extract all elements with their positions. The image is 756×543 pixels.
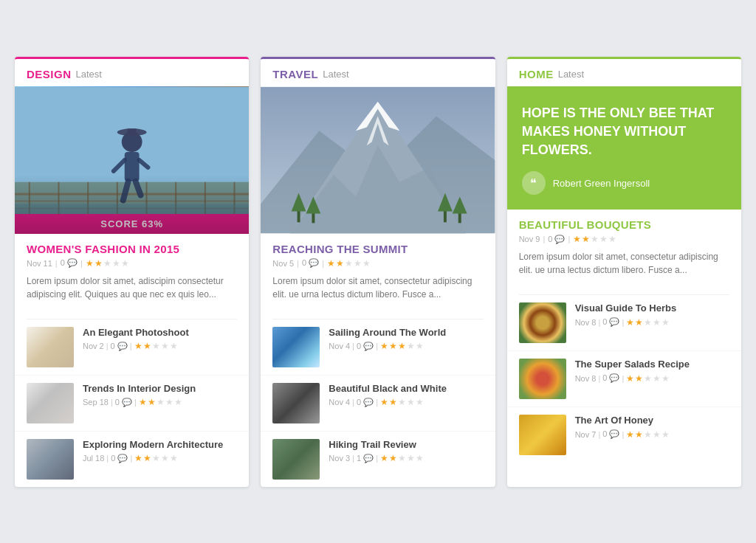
svg-rect-3 bbox=[15, 200, 249, 201]
list-item-meta: Nov 2 | 0 💬 | ★★★★★ bbox=[83, 341, 237, 351]
list-item-date: Jul 18 bbox=[83, 454, 104, 463]
list-item-date: Nov 4 bbox=[329, 342, 350, 350]
list-item-title[interactable]: An Elegant Photoshoot bbox=[83, 327, 237, 339]
list-item-content: Trends In Interior Design Sep 18 | 0 💬 |… bbox=[83, 383, 237, 408]
thumbnail bbox=[272, 327, 320, 367]
featured-comments: 0 💬 bbox=[548, 235, 565, 244]
list-item-content: Sailing Around The World Nov 4 | 0 💬 | ★… bbox=[329, 327, 483, 352]
svg-rect-16 bbox=[128, 128, 137, 134]
featured-excerpt: Lorem ipsum dolor sit amet, adiscipim co… bbox=[27, 274, 237, 301]
thumbnail bbox=[27, 383, 74, 423]
list-item[interactable]: The Art Of Honey Nov 7 | 0 💬 | ★★★★★ bbox=[507, 407, 741, 463]
list-item-date: Nov 7 bbox=[575, 430, 597, 439]
card-design: DESIGN Latest bbox=[15, 57, 249, 487]
svg-line-19 bbox=[136, 181, 141, 195]
list-item[interactable]: Sailing Around The World Nov 4 | 0 💬 | ★… bbox=[261, 319, 495, 376]
category-label: HOME bbox=[519, 68, 554, 80]
hero-image-summit bbox=[261, 86, 495, 234]
star-rating: ★★★★★ bbox=[380, 341, 424, 351]
featured-title[interactable]: BEAUTIFUL BOUQUETS bbox=[519, 218, 729, 231]
list-item-date: Sep 18 bbox=[83, 398, 109, 407]
list-item-title[interactable]: The Super Salads Recipe bbox=[575, 359, 729, 371]
thumbnail bbox=[519, 359, 566, 399]
list-item-comments: 0 💬 bbox=[602, 429, 619, 439]
list-item[interactable]: Hiking Trail Review Nov 3 | 1 💬 | ★★★★★ bbox=[261, 432, 495, 487]
list-item[interactable]: Beautiful Black and White Nov 4 | 0 💬 | … bbox=[261, 376, 495, 432]
quote-icon: ❝ bbox=[522, 171, 546, 195]
latest-label: Latest bbox=[558, 69, 584, 80]
list-item-title[interactable]: Trends In Interior Design bbox=[83, 383, 237, 395]
main-container: DESIGN Latest bbox=[15, 57, 741, 487]
quote-author: Robert Green Ingersoll bbox=[553, 178, 650, 189]
card-home: HOME Latest HOPE IS THE ONLY BEE THAT MA… bbox=[507, 57, 741, 487]
list-item[interactable]: Visual Guide To Herbs Nov 8 | 0 💬 | ★★★★… bbox=[507, 295, 741, 351]
star-rating: ★★★★★ bbox=[573, 234, 616, 244]
featured-comments: 0 💬 bbox=[61, 258, 78, 268]
list-item-meta: Nov 8 | 0 💬 | ★★★★★ bbox=[575, 317, 729, 328]
list-item-comments: 0 💬 bbox=[357, 342, 374, 351]
featured-meta: Nov 9 | 0 💬 | ★★★★★ bbox=[519, 234, 729, 244]
star-rating: ★★★★★ bbox=[380, 397, 424, 407]
list-item-title[interactable]: Beautiful Black and White bbox=[329, 383, 483, 395]
card-header-travel: TRAVEL Latest bbox=[261, 59, 495, 86]
featured-excerpt: Lorem ipsum dolor sit amet, consectetur … bbox=[519, 250, 729, 277]
list-item-title[interactable]: The Art Of Honey bbox=[575, 415, 729, 427]
card-header-home: HOME Latest bbox=[507, 59, 741, 86]
list-item-title[interactable]: Hiking Trail Review bbox=[329, 439, 483, 452]
list-item-title[interactable]: Sailing Around The World bbox=[329, 327, 483, 339]
list-item-content: Exploring Modern Architecture Jul 18 | 0… bbox=[83, 439, 237, 464]
featured-excerpt: Lorem ipsum dolor sit amet, consectetur … bbox=[272, 274, 483, 301]
list-item-date: Nov 8 bbox=[575, 318, 597, 327]
list-item-title[interactable]: Visual Guide To Herbs bbox=[575, 302, 729, 315]
featured-title[interactable]: REACHING THE SUMMIT bbox=[272, 243, 483, 255]
category-label: TRAVEL bbox=[272, 68, 318, 80]
featured-article: BEAUTIFUL BOUQUETS Nov 9 | 0 💬 | ★★★★★ L… bbox=[507, 210, 741, 294]
list-item-title[interactable]: Exploring Modern Architecture bbox=[83, 439, 237, 452]
list-item-date: Nov 4 bbox=[329, 398, 350, 407]
featured-date: Nov 11 bbox=[27, 259, 52, 268]
list-item-meta: Sep 18 | 0 💬 | ★★★★★ bbox=[83, 397, 237, 407]
thumbnail bbox=[272, 439, 320, 480]
list-item[interactable]: Exploring Modern Architecture Jul 18 | 0… bbox=[15, 432, 249, 487]
svg-rect-4 bbox=[15, 207, 249, 209]
thumbnail bbox=[27, 439, 74, 480]
featured-date: Nov 5 bbox=[272, 259, 294, 268]
quote-block: HOPE IS THE ONLY BEE THAT MAKES HONEY WI… bbox=[507, 86, 741, 210]
list-item-content: Visual Guide To Herbs Nov 8 | 0 💬 | ★★★★… bbox=[575, 302, 729, 328]
svg-rect-13 bbox=[15, 204, 249, 233]
list-item-content: An Elegant Photoshoot Nov 2 | 0 💬 | ★★★★… bbox=[83, 327, 237, 352]
list-item-content: The Art Of Honey Nov 7 | 0 💬 | ★★★★★ bbox=[575, 415, 729, 440]
list-item-meta: Nov 3 | 1 💬 | ★★★★★ bbox=[329, 453, 483, 463]
card-header-design: DESIGN Latest bbox=[15, 59, 249, 86]
list-item-date: Nov 3 bbox=[329, 454, 350, 463]
list-item-comments: 0 💬 bbox=[111, 454, 128, 463]
list-item-date: Nov 2 bbox=[83, 342, 104, 350]
list-item[interactable]: An Elegant Photoshoot Nov 2 | 0 💬 | ★★★★… bbox=[15, 319, 249, 376]
thumbnail bbox=[519, 415, 566, 455]
star-rating: ★★★★★ bbox=[626, 373, 670, 384]
star-rating: ★★★★★ bbox=[86, 258, 129, 269]
featured-article: WOMEN'S FASHION IN 2015 Nov 11 | 0 💬 | ★… bbox=[15, 234, 249, 319]
svg-rect-17 bbox=[125, 152, 140, 181]
star-rating: ★★★★★ bbox=[134, 341, 178, 351]
list-item-meta: Jul 18 | 0 💬 | ★★★★★ bbox=[83, 453, 237, 463]
svg-rect-2 bbox=[15, 193, 249, 195]
list-item[interactable]: The Super Salads Recipe Nov 8 | 0 💬 | ★★… bbox=[507, 351, 741, 407]
score-badge: SCORE 63% bbox=[15, 214, 249, 234]
star-rating: ★★★★★ bbox=[626, 429, 670, 440]
list-item-comments: 1 💬 bbox=[357, 454, 374, 463]
hero-image-fashion: SCORE 63% bbox=[15, 86, 249, 234]
list-item[interactable]: Trends In Interior Design Sep 18 | 0 💬 |… bbox=[15, 376, 249, 432]
star-rating: ★★★★★ bbox=[134, 453, 178, 463]
list-item-meta: Nov 7 | 0 💬 | ★★★★★ bbox=[575, 429, 729, 440]
featured-article: REACHING THE SUMMIT Nov 5 | 0 💬 | ★★★★★ … bbox=[261, 234, 495, 319]
featured-date: Nov 9 bbox=[519, 235, 540, 243]
list-item-comments: 0 💬 bbox=[357, 398, 374, 407]
star-rating: ★★★★★ bbox=[380, 453, 424, 463]
list-item-content: Hiking Trail Review Nov 3 | 1 💬 | ★★★★★ bbox=[329, 439, 483, 464]
svg-line-18 bbox=[123, 181, 128, 200]
thumbnail bbox=[27, 327, 74, 367]
featured-title[interactable]: WOMEN'S FASHION IN 2015 bbox=[27, 243, 237, 255]
category-label: DESIGN bbox=[27, 68, 72, 80]
list-item-meta: Nov 4 | 0 💬 | ★★★★★ bbox=[329, 341, 483, 351]
